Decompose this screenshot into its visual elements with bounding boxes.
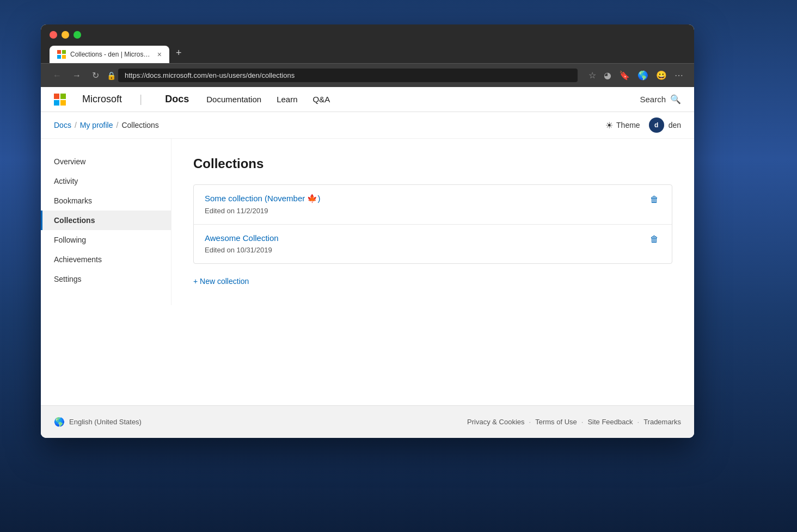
microsoft-wordmark: Microsoft <box>82 94 122 105</box>
breadcrumb-sep-1: / <box>75 121 77 129</box>
maximize-button[interactable] <box>73 31 81 39</box>
sidebar-item-settings[interactable]: Settings <box>41 269 171 289</box>
profile-icon[interactable]: 🌎 <box>635 68 651 83</box>
sidebar: Overview Activity Bookmarks Collections … <box>41 139 171 305</box>
search-button[interactable]: Search 🔍 <box>640 94 681 104</box>
microsoft-logo <box>54 94 66 106</box>
ms-red-square <box>54 94 59 99</box>
toolbar-icons: ☆ ◕ 🔖 🌎 😀 ⋯ <box>586 68 685 83</box>
close-button[interactable] <box>50 31 57 39</box>
refresh-button[interactable]: ↻ <box>89 68 102 83</box>
breadcrumb-my-profile[interactable]: My profile <box>80 121 113 129</box>
breadcrumb-docs[interactable]: Docs <box>54 121 71 129</box>
username: den <box>669 121 681 129</box>
collection-item-2: Awesome Collection Edited on 10/31/2019 … <box>194 224 672 263</box>
ms-green-square <box>60 94 66 99</box>
search-label: Search <box>640 95 666 104</box>
menu-icon[interactable]: ⋯ <box>672 68 685 83</box>
search-icon: 🔍 <box>670 94 681 104</box>
address-bar: ← → ↻ 🔒 ☆ ◕ 🔖 🌎 😀 ⋯ <box>41 63 694 87</box>
collection-info-2: Awesome Collection Edited on 10/31/2019 <box>205 233 279 255</box>
footer-privacy[interactable]: Privacy & Cookies <box>467 418 524 426</box>
globe-icon: 🌎 <box>54 417 65 427</box>
new-tab-button[interactable]: + <box>170 44 187 62</box>
theme-label: Theme <box>616 121 640 129</box>
url-input[interactable] <box>118 69 578 82</box>
breadcrumb-right: ☀ Theme d den <box>605 117 681 133</box>
delete-collection-1-button[interactable]: 🗑 <box>648 193 661 207</box>
forward-button[interactable]: → <box>69 69 84 83</box>
tab-favicon <box>57 50 66 59</box>
footer-dot-2: · <box>581 418 584 426</box>
footer-locale: 🌎 English (United States) <box>54 417 142 427</box>
breadcrumb-sep-2: / <box>116 121 118 129</box>
collection-item-1: Some collection (November 🍁) Edited on 1… <box>194 185 672 224</box>
page-content: Microsoft | Docs Documentation Learn Q&A… <box>41 87 694 438</box>
traffic-lights <box>50 31 685 39</box>
docs-link[interactable]: Docs <box>165 94 189 105</box>
reload-icon[interactable]: ◕ <box>602 68 614 83</box>
favorites-icon[interactable]: 🔖 <box>617 68 632 83</box>
sidebar-item-collections[interactable]: Collections <box>41 211 171 230</box>
sidebar-item-achievements[interactable]: Achievements <box>41 250 171 269</box>
footer-dot-1: · <box>529 418 531 426</box>
user-profile[interactable]: d den <box>649 117 681 133</box>
new-collection-button[interactable]: + New collection <box>193 275 672 288</box>
minimize-button[interactable] <box>62 31 69 39</box>
delete-collection-2-button[interactable]: 🗑 <box>648 232 661 246</box>
lock-icon: 🔒 <box>107 71 116 80</box>
breadcrumb-current: Collections <box>121 121 158 129</box>
tab-bar: Collections - den | Microsoft Do × + <box>50 44 685 63</box>
star-icon[interactable]: ☆ <box>586 68 598 83</box>
locale-text: English (United States) <box>69 418 142 426</box>
tab-close-icon[interactable]: × <box>157 51 162 58</box>
sun-icon: ☀ <box>605 120 613 131</box>
site-footer: 🌎 English (United States) Privacy & Cook… <box>41 405 694 438</box>
theme-button[interactable]: ☀ Theme <box>605 120 640 131</box>
footer-links: Privacy & Cookies · Terms of Use · Site … <box>467 418 681 426</box>
avatar: d <box>649 117 664 133</box>
sidebar-item-bookmarks[interactable]: Bookmarks <box>41 191 171 211</box>
content-spacer <box>41 305 694 405</box>
ms-yellow-square <box>60 100 66 106</box>
svg-rect-2 <box>57 55 61 59</box>
collections-card: Some collection (November 🍁) Edited on 1… <box>193 184 672 264</box>
main-layout: Overview Activity Bookmarks Collections … <box>41 139 694 305</box>
back-button[interactable]: ← <box>50 69 65 83</box>
svg-rect-3 <box>62 55 66 59</box>
nav-qa[interactable]: Q&A <box>306 92 337 106</box>
nav-learn[interactable]: Learn <box>270 92 304 106</box>
emoji-icon[interactable]: 😀 <box>654 68 669 83</box>
footer-terms[interactable]: Terms of Use <box>535 418 577 426</box>
svg-rect-0 <box>57 50 61 54</box>
nav-documentation[interactable]: Documentation <box>200 92 268 106</box>
collection-date-1: Edited on 11/2/2019 <box>205 207 268 215</box>
avatar-initials: d <box>654 121 658 129</box>
tab-title: Collections - den | Microsoft Do <box>70 51 153 58</box>
browser-window: Collections - den | Microsoft Do × + ← →… <box>41 24 694 438</box>
sidebar-item-activity[interactable]: Activity <box>41 171 171 191</box>
active-tab[interactable]: Collections - den | Microsoft Do × <box>50 46 169 63</box>
breadcrumb: Docs / My profile / Collections ☀ Theme … <box>41 112 694 139</box>
footer-feedback[interactable]: Site Feedback <box>587 418 633 426</box>
sidebar-item-following[interactable]: Following <box>41 230 171 250</box>
page-title: Collections <box>193 156 672 171</box>
svg-rect-1 <box>62 50 66 54</box>
collection-name-1[interactable]: Some collection (November 🍁) <box>205 194 320 203</box>
content-area: Collections Some collection (November 🍁)… <box>171 139 694 305</box>
footer-dot-3: · <box>637 418 640 426</box>
collection-date-2: Edited on 10/31/2019 <box>205 246 272 254</box>
logo-divider: | <box>139 93 142 106</box>
browser-chrome: Collections - den | Microsoft Do × + <box>41 24 694 63</box>
sidebar-item-overview[interactable]: Overview <box>41 152 171 171</box>
ms-blue-square <box>54 100 59 106</box>
site-nav: Documentation Learn Q&A <box>200 92 336 106</box>
footer-trademarks[interactable]: Trademarks <box>643 418 681 426</box>
collection-name-2[interactable]: Awesome Collection <box>205 233 279 243</box>
collection-info-1: Some collection (November 🍁) Edited on 1… <box>205 194 320 215</box>
site-header: Microsoft | Docs Documentation Learn Q&A… <box>41 87 694 112</box>
